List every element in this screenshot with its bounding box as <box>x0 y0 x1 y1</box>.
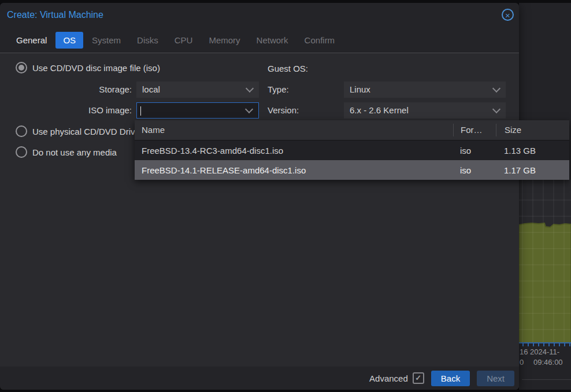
radio-no-media[interactable]: Do not use any media <box>16 146 117 158</box>
guest-os-heading: Guest OS: <box>268 62 308 75</box>
iso-name: FreeBSD-13.4-RC3-amd64-disc1.iso <box>135 146 453 156</box>
storage-select[interactable]: local <box>136 82 259 98</box>
axis-tick <box>543 343 544 346</box>
text-cursor <box>140 106 141 116</box>
dialog-footer: Advanced ✓ Back Next <box>0 367 519 390</box>
axis-tick <box>528 343 529 346</box>
screen: 16 2024-11- 0 09:46:00 Create: Virtual M… <box>0 0 571 392</box>
chart-x-label-line1: 16 2024-11- <box>520 347 559 356</box>
column-header-name[interactable]: Name <box>135 124 453 136</box>
radio-button-icon[interactable] <box>16 125 27 137</box>
tick-date: 2024-11- <box>530 347 559 356</box>
background-chart <box>519 180 571 343</box>
axis-tick <box>522 343 524 346</box>
os-version-select[interactable]: 6.x - 2.6 Kernel <box>344 102 506 119</box>
back-button[interactable]: Back <box>431 371 470 386</box>
storage-value: local <box>142 84 160 94</box>
chart-x-axis-line <box>519 342 571 343</box>
wizard-tabbar: General OS System Disks CPU Memory Netwo… <box>0 27 519 53</box>
column-header-format[interactable]: For… <box>453 124 496 136</box>
tab-network: Network <box>249 32 296 49</box>
tick-date-partial: 16 <box>520 347 528 356</box>
iso-image-label: ISO image: <box>0 102 132 119</box>
advanced-label: Advanced <box>369 373 408 383</box>
tab-confirm: Confirm <box>297 32 343 49</box>
page-top-strip <box>0 0 571 3</box>
axis-tick <box>538 343 539 346</box>
os-version-value: 6.x - 2.6 Kernel <box>350 105 409 115</box>
axis-tick <box>564 343 565 346</box>
radio-physical-drive[interactable]: Use physical CD/DVD Drive <box>16 125 140 137</box>
tab-disks: Disks <box>129 32 166 49</box>
iso-dropdown-list: Name For… Size FreeBSD-13.4-RC3-amd64-di… <box>135 120 569 180</box>
column-header-size[interactable]: Size <box>496 124 569 136</box>
radio-physical-drive-label: Use physical CD/DVD Drive <box>32 127 140 136</box>
tab-memory: Memory <box>201 32 247 49</box>
os-type-value: Linux <box>350 84 370 94</box>
background-separator <box>522 379 571 380</box>
radio-button-icon[interactable] <box>16 62 27 73</box>
radio-button-icon[interactable] <box>16 146 27 158</box>
radio-use-iso-label: Use CD/DVD disc image file (iso) <box>32 63 160 73</box>
version-label: Version: <box>268 102 308 119</box>
iso-list-item-highlighted[interactable]: FreeBSD-14.1-RELEASE-amd64-disc1.iso iso… <box>135 160 569 180</box>
dialog-title: Create: Virtual Machine <box>7 3 103 27</box>
iso-image-combobox[interactable] <box>136 102 259 119</box>
storage-label: Storage: <box>0 82 132 98</box>
axis-tick <box>548 343 550 346</box>
chevron-down-icon[interactable] <box>492 84 500 93</box>
create-vm-dialog: Create: Virtual Machine × General OS Sys… <box>0 3 519 390</box>
chart-x-label-time: 09:46:00 <box>533 358 563 367</box>
chevron-down-icon[interactable] <box>246 84 254 93</box>
radio-no-media-label: Do not use any media <box>32 147 117 157</box>
tab-system: System <box>84 32 128 49</box>
axis-tick <box>533 343 534 346</box>
iso-format: iso <box>453 146 496 156</box>
axis-tick <box>559 343 560 346</box>
iso-size: 1.17 GB <box>496 165 569 175</box>
axis-tick <box>554 343 555 346</box>
next-button: Next <box>477 371 514 386</box>
chart-x-label-line2: 0 <box>520 358 524 367</box>
iso-name: FreeBSD-14.1-RELEASE-amd64-disc1.iso <box>135 165 453 175</box>
chevron-down-icon[interactable] <box>492 105 500 113</box>
radio-use-iso[interactable]: Use CD/DVD disc image file (iso) <box>16 62 160 73</box>
tick-time-partial: 0 <box>520 358 524 367</box>
tab-general[interactable]: General <box>9 32 54 49</box>
chevron-down-icon[interactable] <box>245 105 253 113</box>
os-type-select[interactable]: Linux <box>344 82 506 98</box>
dialog-header: Create: Virtual Machine × <box>0 3 519 27</box>
close-icon[interactable]: × <box>502 9 514 21</box>
background-area-chart <box>519 180 571 343</box>
advanced-checkbox[interactable]: ✓ <box>413 372 424 384</box>
iso-format: iso <box>453 165 496 175</box>
type-label: Type: <box>268 82 302 98</box>
iso-list-item[interactable]: FreeBSD-13.4-RC3-amd64-disc1.iso iso 1.1… <box>135 140 569 160</box>
axis-tick <box>569 343 570 346</box>
iso-size: 1.13 GB <box>496 146 569 156</box>
tick-time: 09:46:00 <box>533 358 563 367</box>
tab-cpu: CPU <box>167 32 201 49</box>
tab-os[interactable]: OS <box>55 32 83 49</box>
page-bottom-strip <box>0 390 571 392</box>
dialog-body <box>0 53 519 367</box>
dropdown-header-row: Name For… Size <box>135 120 569 140</box>
